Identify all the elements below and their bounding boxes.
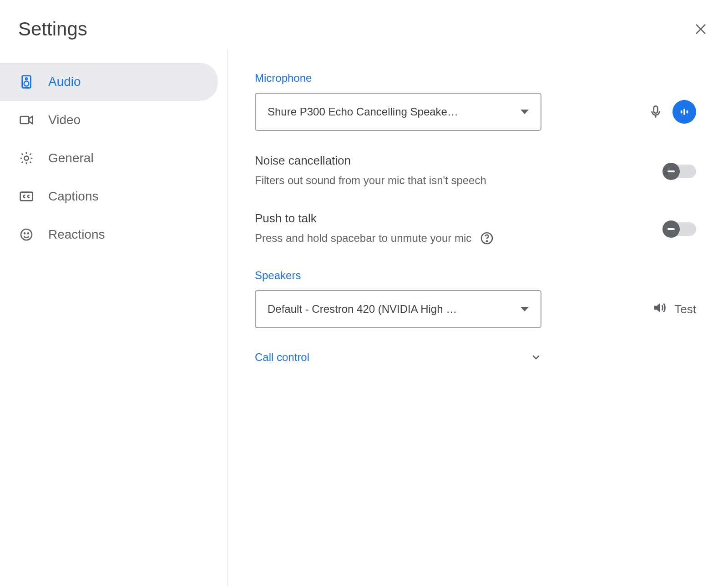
sidebar-item-label: General [48, 151, 94, 165]
call-control-label: Call control [255, 351, 309, 364]
microphone-icon [647, 103, 664, 120]
call-control-section[interactable]: Call control [255, 351, 541, 364]
svg-point-3 [24, 81, 29, 86]
svg-rect-5 [20, 116, 29, 124]
push-to-talk-description: Press and hold spacebar to unmute your m… [255, 230, 471, 246]
speakers-label: Speakers [255, 269, 696, 282]
sidebar: Audio Video General Captions [0, 49, 228, 586]
svg-rect-13 [683, 109, 685, 115]
push-to-talk-row: Push to talk Press and hold spacebar to … [255, 211, 696, 246]
noise-cancellation-title: Noise cancellation [255, 154, 486, 168]
microphone-select[interactable]: Shure P300 Echo Cancelling Speake… [255, 93, 541, 131]
speakers-row: Default - Crestron 420 (NVIDIA High … Te… [255, 290, 696, 328]
push-to-talk-toggle[interactable] [663, 222, 696, 236]
push-to-talk-text: Push to talk Press and hold spacebar to … [255, 211, 495, 246]
mic-level-indicator [672, 100, 696, 124]
microphone-selected-value: Shure P300 Echo Cancelling Speake… [268, 105, 458, 118]
captions-icon [18, 188, 35, 205]
sidebar-item-label: Reactions [48, 227, 105, 242]
gear-icon [18, 150, 35, 166]
toggle-knob [662, 220, 680, 238]
chevron-down-icon [531, 352, 541, 363]
speakers-test-button[interactable]: Test [652, 300, 696, 319]
svg-point-10 [28, 233, 29, 234]
speaker-icon [18, 74, 35, 90]
sidebar-item-general[interactable]: General [0, 139, 218, 177]
chevron-down-icon [521, 307, 529, 311]
svg-point-16 [486, 241, 487, 242]
chevron-down-icon [521, 110, 529, 114]
close-icon [693, 22, 708, 36]
svg-rect-12 [681, 110, 682, 114]
svg-point-9 [24, 233, 25, 234]
dialog-body: Audio Video General Captions [0, 49, 728, 586]
svg-rect-7 [20, 192, 33, 201]
video-icon [18, 112, 35, 128]
svg-rect-14 [687, 110, 688, 114]
microphone-indicators [647, 100, 696, 124]
sidebar-item-captions[interactable]: Captions [0, 177, 218, 215]
push-to-talk-title: Push to talk [255, 211, 495, 225]
volume-icon [652, 300, 667, 319]
dialog-title: Settings [18, 18, 87, 40]
help-icon[interactable] [479, 230, 495, 246]
test-label: Test [674, 302, 696, 316]
svg-point-8 [21, 229, 32, 240]
emoji-icon [18, 226, 35, 243]
svg-point-6 [24, 156, 28, 160]
sidebar-item-label: Captions [48, 189, 99, 204]
microphone-label: Microphone [255, 72, 696, 85]
dialog-header: Settings [0, 0, 728, 49]
sidebar-item-label: Audio [48, 75, 81, 89]
noise-cancellation-text: Noise cancellation Filters out sound fro… [255, 154, 486, 189]
speakers-select[interactable]: Default - Crestron 420 (NVIDIA High … [255, 290, 541, 328]
sidebar-item-video[interactable]: Video [0, 101, 218, 139]
toggle-knob [662, 163, 680, 180]
svg-rect-11 [654, 106, 658, 113]
noise-cancellation-row: Noise cancellation Filters out sound fro… [255, 154, 696, 189]
noise-cancellation-toggle[interactable] [663, 165, 696, 178]
close-button[interactable] [692, 20, 710, 38]
noise-cancellation-description: Filters out sound from your mic that isn… [255, 172, 486, 189]
speakers-selected-value: Default - Crestron 420 (NVIDIA High … [268, 303, 457, 316]
sidebar-item-audio[interactable]: Audio [0, 63, 218, 101]
sidebar-item-reactions[interactable]: Reactions [0, 215, 218, 254]
settings-dialog: Settings Audio Video [0, 0, 728, 586]
svg-point-4 [25, 78, 27, 80]
microphone-row: Shure P300 Echo Cancelling Speake… [255, 93, 696, 131]
content-panel: Microphone Shure P300 Echo Cancelling Sp… [228, 49, 728, 586]
sidebar-item-label: Video [48, 113, 81, 127]
